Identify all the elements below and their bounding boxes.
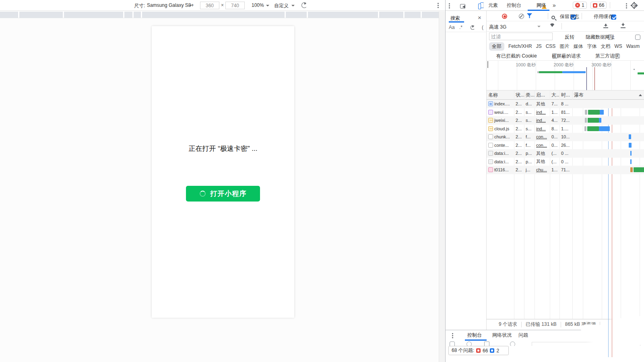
import-har-icon[interactable]	[603, 23, 608, 28]
request-waterfall	[572, 125, 644, 133]
strip-segment	[405, 12, 421, 18]
dimension-times-label: ×	[221, 2, 224, 8]
type-filter-css[interactable]: CSS	[546, 43, 556, 49]
inspect-element-icon[interactable]	[460, 4, 465, 8]
page-more-options-icon[interactable]	[438, 3, 439, 4]
type-filter-font[interactable]: 字体	[587, 43, 597, 50]
network-search-pane: 搜索 × Aa .* (	[446, 11, 487, 330]
sort-asc-icon	[639, 94, 642, 96]
tab-console[interactable]: 控制台	[507, 0, 521, 10]
divider	[582, 13, 582, 19]
network-overview[interactable]: 1000 毫秒 2000 毫秒 3000 毫秒 4000 毫秒	[487, 61, 644, 90]
divider	[561, 23, 562, 29]
type-filter-wasm[interactable]: Wasm	[626, 43, 640, 49]
clear-network-log-icon[interactable]	[519, 14, 524, 19]
search-pane-tab[interactable]: 搜索	[450, 15, 460, 22]
search-refresh-icon[interactable]	[471, 25, 475, 30]
device-select-caret-icon[interactable]	[189, 5, 192, 6]
col-waterfall[interactable]: 瀑布	[572, 90, 644, 99]
export-har-icon[interactable]	[621, 23, 625, 28]
ruler-label-3000: 3000 毫秒	[587, 62, 611, 68]
record-network-log-icon[interactable]	[502, 14, 507, 19]
error-badge[interactable]: × 1	[573, 2, 587, 9]
tab-elements[interactable]: 元素	[488, 0, 498, 10]
request-initiator-link[interactable]: con...	[535, 141, 550, 150]
drawer-tab-console[interactable]: 控制台	[467, 330, 482, 340]
gridline	[611, 61, 612, 90]
type-filter-js[interactable]: JS	[536, 43, 542, 49]
device-select[interactable]: Samsung Galaxy S8+	[147, 2, 194, 8]
regex-icon[interactable]: .*	[459, 25, 462, 30]
throttling-caret-icon[interactable]	[537, 26, 541, 27]
col-type[interactable]: 类...	[524, 90, 535, 99]
disable-cache-label: 停用缓存	[594, 13, 613, 20]
type-filter-ws[interactable]: WS	[614, 43, 622, 49]
type-filter-img[interactable]: 图片	[559, 43, 569, 50]
request-time: 10...	[559, 133, 572, 141]
request-row[interactable]: cloud.js 2... s... ind... 8... 1....	[487, 125, 644, 133]
image-icon	[488, 167, 493, 172]
col-time[interactable]: 时...	[559, 90, 572, 99]
drawer-tab-issues[interactable]: 问题	[518, 330, 528, 340]
more-tabs-icon[interactable]: »	[553, 0, 556, 10]
col-name[interactable]: 名称	[487, 90, 514, 99]
match-case-icon[interactable]: Aa	[449, 25, 455, 30]
console-eye-icon[interactable]	[510, 341, 515, 346]
request-size: 0...	[550, 141, 559, 150]
devtools-more-options-icon[interactable]	[626, 3, 627, 4]
page-scrollbar[interactable]	[439, 11, 445, 362]
close-devtools-icon[interactable]: ×	[634, 2, 638, 8]
request-row[interactable]: jweixi... 2... s... ind... 4... 72...	[487, 116, 644, 125]
request-row[interactable]: t0116... 2... j... chu... 1... 71...	[487, 166, 644, 174]
search-pane-close-icon[interactable]: ×	[478, 14, 481, 21]
error-flag-icon	[476, 348, 481, 353]
console-sidebar-icon[interactable]	[450, 341, 455, 346]
request-row[interactable]: data:i... 2... p... 其他 (... 0 ...	[487, 149, 644, 158]
col-size[interactable]: 大...	[550, 90, 559, 99]
drawer-more-options-icon[interactable]	[452, 333, 453, 334]
type-filter-doc[interactable]: 文档	[601, 43, 610, 50]
type-filter-all[interactable]: 全部	[489, 42, 504, 51]
throttle-select[interactable]: 自定义	[274, 2, 289, 9]
issues-summary[interactable]: 68 个问题: 66 2	[448, 346, 509, 355]
filter-funnel-icon[interactable]	[527, 13, 532, 18]
request-time: 8 ...	[559, 100, 572, 108]
rotate-device-icon[interactable]	[301, 2, 307, 8]
filter-input[interactable]	[489, 33, 553, 40]
col-status[interactable]: 状...	[514, 90, 524, 99]
console-filter-icon[interactable]	[484, 341, 489, 346]
request-initiator-link[interactable]: ind...	[535, 125, 550, 133]
viewport-height-input[interactable]	[225, 2, 245, 9]
request-initiator-link[interactable]: con...	[535, 133, 550, 141]
open-miniprogram-button[interactable]: 打开小程序	[186, 186, 260, 202]
search-network-icon[interactable]	[551, 16, 555, 19]
issues-badge[interactable]: 66	[590, 2, 607, 9]
request-size: 1...	[550, 166, 559, 174]
request-initiator-link[interactable]: ind...	[535, 108, 550, 117]
hide-data-urls-checkbox[interactable]	[635, 35, 640, 40]
request-name: jweixi...	[494, 118, 509, 123]
load-event-line	[594, 67, 595, 90]
request-initiator-link[interactable]: chu...	[535, 166, 550, 174]
col-initiator[interactable]: 启...	[535, 90, 550, 99]
zoom-select[interactable]: 100%	[252, 2, 264, 8]
request-row[interactable]: chunk... 2... f... con... 0... 10...	[487, 133, 644, 141]
request-initiator-link[interactable]: ind...	[535, 116, 550, 125]
throttle-select-caret-icon[interactable]	[291, 5, 295, 6]
load-event-line	[612, 319, 612, 357]
viewport-width-input[interactable]	[200, 2, 219, 9]
request-row[interactable]: index.... 2... d... 其他 7... 8 ...	[487, 100, 644, 108]
network-conditions-icon[interactable]	[549, 23, 555, 30]
zoom-select-caret-icon[interactable]	[266, 5, 269, 6]
drawer-tab-network-conditions[interactable]: 网络状况	[492, 330, 512, 340]
clear-console-icon[interactable]	[466, 341, 472, 346]
devtools-left-menu-icon[interactable]	[449, 3, 450, 4]
type-filter-media[interactable]: 媒体	[573, 43, 583, 50]
request-row[interactable]: conte... 2... f... con... 0... 26...	[487, 141, 644, 150]
throttling-select[interactable]: 高速 3G	[489, 23, 506, 31]
request-row[interactable]: data:i... 2... p... 其他 (... 0 ...	[487, 158, 644, 166]
divider	[522, 13, 522, 19]
tab-network[interactable]: 网络	[537, 0, 546, 10]
request-row[interactable]: weui.... 2... s... ind... 1... 81...	[487, 108, 644, 117]
type-filter-fetch[interactable]: Fetch/XHR	[508, 43, 532, 49]
